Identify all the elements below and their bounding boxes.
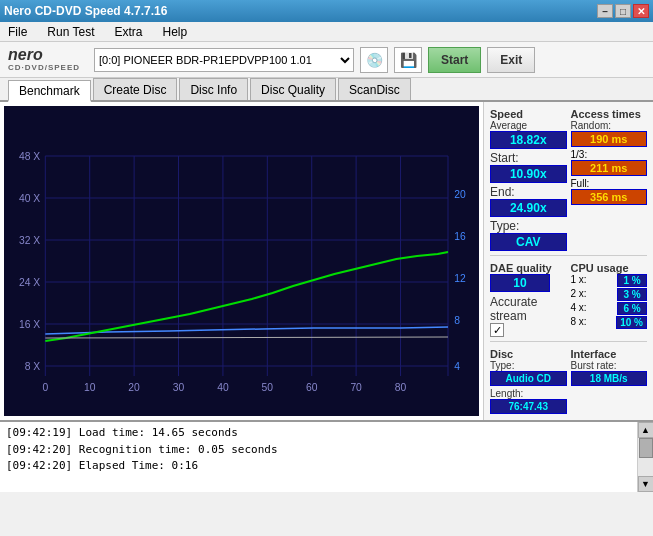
scroll-thumb[interactable] (639, 438, 653, 458)
nero-logo: nero CD·DVD/SPEED (8, 47, 80, 72)
tab-disc-info[interactable]: Disc Info (179, 78, 248, 100)
scroll-down-button[interactable]: ▼ (638, 476, 654, 492)
svg-text:48 X: 48 X (19, 151, 40, 162)
svg-text:12: 12 (454, 273, 466, 284)
cpu-2x-value: 3 % (617, 288, 647, 301)
divider-2 (490, 341, 647, 342)
scroll-track (638, 438, 653, 476)
one-third-label: 1/3: (571, 149, 648, 160)
stats-panel: Speed Average 18.82x Start: 10.90x End: … (483, 102, 653, 420)
average-label: Average (490, 120, 567, 131)
end-speed-value: 24.90x (490, 199, 567, 217)
toolbar: nero CD·DVD/SPEED [0:0] PIONEER BDR-PR1E… (0, 42, 653, 78)
average-value: 18.82x (490, 131, 567, 149)
svg-text:50: 50 (262, 382, 274, 393)
svg-text:20: 20 (454, 189, 466, 200)
tab-disc-quality[interactable]: Disc Quality (250, 78, 336, 100)
cpu-8x-value: 10 % (616, 316, 647, 329)
menu-bar: File Run Test Extra Help (0, 22, 653, 42)
disc-length-label: Length: (490, 388, 567, 399)
type-label: Type: (490, 219, 519, 233)
interface-header: Interface (571, 348, 648, 360)
end-speed-label: End: (490, 185, 515, 199)
svg-text:70: 70 (350, 382, 362, 393)
log-line-1: [09:42:19] Load time: 14.65 seconds (6, 425, 631, 442)
log-content: [09:42:19] Load time: 14.65 seconds [09:… (0, 422, 637, 492)
disc-length-value: 76:47.43 (490, 399, 567, 414)
scroll-up-button[interactable]: ▲ (638, 422, 654, 438)
start-speed-label: Start: (490, 151, 519, 165)
full-value: 356 ms (571, 189, 648, 205)
drive-select[interactable]: [0:0] PIONEER BDR-PR1EPDVPP100 1.01 (94, 48, 354, 72)
svg-text:16: 16 (454, 231, 466, 242)
log-line-3: [09:42:20] Elapsed Time: 0:16 (6, 458, 631, 475)
title-bar: Nero CD-DVD Speed 4.7.7.16 – □ ✕ (0, 0, 653, 22)
speed-header: Speed (490, 108, 567, 120)
burst-value: 18 MB/s (571, 371, 648, 386)
tab-scan-disc[interactable]: ScanDisc (338, 78, 411, 100)
close-button[interactable]: ✕ (633, 4, 649, 18)
log-area: [09:42:19] Load time: 14.65 seconds [09:… (0, 420, 653, 492)
benchmark-chart: 8 X 16 X 24 X 32 X 40 X 48 X 4 8 12 16 2… (4, 106, 479, 416)
start-button[interactable]: Start (428, 47, 481, 73)
cpu-header: CPU usage (571, 262, 648, 274)
menu-extra[interactable]: Extra (110, 23, 146, 41)
dae-value: 10 (490, 274, 550, 292)
svg-text:60: 60 (306, 382, 318, 393)
cpu-4x-label: 4 x: (571, 302, 587, 315)
accurate-stream-label: Accurate stream (490, 295, 567, 323)
save-button[interactable]: 💾 (394, 47, 422, 73)
tabs-bar: Benchmark Create Disc Disc Info Disc Qua… (0, 78, 653, 102)
svg-text:40: 40 (217, 382, 229, 393)
svg-rect-0 (4, 106, 479, 416)
dae-header: DAE quality (490, 262, 567, 274)
random-label: Random: (571, 120, 648, 131)
window-controls: – □ ✕ (597, 4, 649, 18)
tab-benchmark[interactable]: Benchmark (8, 80, 91, 102)
divider-1 (490, 255, 647, 256)
burst-label: Burst rate: (571, 360, 648, 371)
random-value: 190 ms (571, 131, 648, 147)
menu-help[interactable]: Help (159, 23, 192, 41)
disc-type-label: Type: (490, 360, 567, 371)
type-value: CAV (490, 233, 567, 251)
svg-text:10: 10 (84, 382, 96, 393)
cd-dvd-speed-brand: CD·DVD/SPEED (8, 63, 80, 72)
svg-text:4: 4 (454, 361, 460, 372)
app-title: Nero CD-DVD Speed 4.7.7.16 (4, 4, 167, 18)
disc-header: Disc (490, 348, 567, 360)
svg-text:16 X: 16 X (19, 319, 40, 330)
maximize-button[interactable]: □ (615, 4, 631, 18)
main-content: 8 X 16 X 24 X 32 X 40 X 48 X 4 8 12 16 2… (0, 102, 653, 420)
minimize-button[interactable]: – (597, 4, 613, 18)
log-line-2: [09:42:20] Recognition time: 0.05 second… (6, 442, 631, 459)
access-header: Access times (571, 108, 648, 120)
start-speed-value: 10.90x (490, 165, 567, 183)
svg-text:24 X: 24 X (19, 277, 40, 288)
accurate-stream-row: ✓ (490, 323, 567, 337)
disc-icon-button[interactable]: 💿 (360, 47, 388, 73)
svg-text:32 X: 32 X (19, 235, 40, 246)
disc-type-value: Audio CD (490, 371, 567, 386)
full-label: Full: (571, 178, 648, 189)
nero-brand: nero (8, 47, 43, 63)
chart-svg: 8 X 16 X 24 X 32 X 40 X 48 X 4 8 12 16 2… (4, 106, 479, 416)
cpu-1x-label: 1 x: (571, 274, 587, 287)
svg-text:20: 20 (128, 382, 140, 393)
svg-text:80: 80 (395, 382, 407, 393)
menu-run-test[interactable]: Run Test (43, 23, 98, 41)
cpu-8x-label: 8 x: (571, 316, 587, 329)
svg-text:8: 8 (454, 315, 460, 326)
accurate-stream-checkbox[interactable]: ✓ (490, 323, 504, 337)
svg-text:30: 30 (173, 382, 185, 393)
cpu-2x-label: 2 x: (571, 288, 587, 301)
exit-button[interactable]: Exit (487, 47, 535, 73)
tab-create-disc[interactable]: Create Disc (93, 78, 178, 100)
menu-file[interactable]: File (4, 23, 31, 41)
cpu-1x-value: 1 % (617, 274, 647, 287)
svg-text:40 X: 40 X (19, 193, 40, 204)
log-scrollbar: ▲ ▼ (637, 422, 653, 492)
svg-text:0: 0 (42, 382, 48, 393)
cpu-4x-value: 6 % (617, 302, 647, 315)
one-third-value: 211 ms (571, 160, 648, 176)
